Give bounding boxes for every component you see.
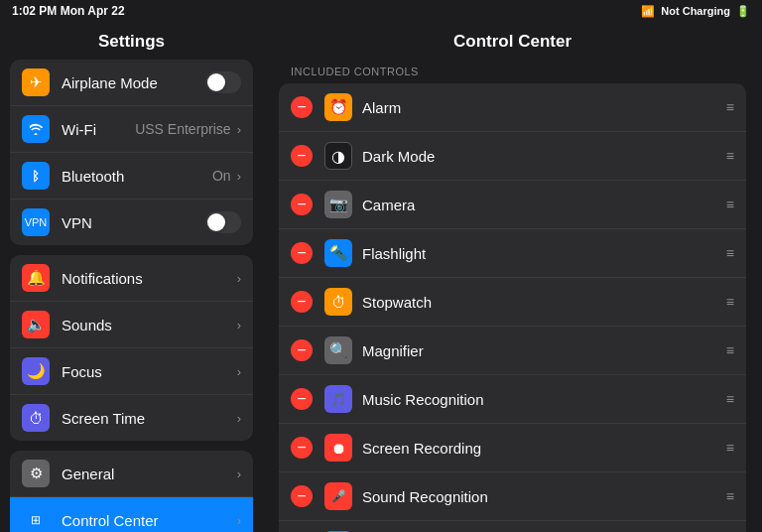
sidebar-item-sounds[interactable]: 🔈 Sounds › (10, 302, 253, 348)
stopwatch-remove-button[interactable]: − (291, 291, 313, 313)
stopwatch-label: Stopwatch (362, 294, 726, 311)
bluetooth-icon: ᛒ (22, 162, 50, 190)
wifi-chevron: › (237, 122, 241, 137)
stopwatch-icon: ⏱ (324, 288, 352, 316)
soundrecognition-label: Sound Recognition (362, 488, 726, 505)
alarm-icon: ⏰ (324, 93, 352, 121)
screentime-chevron: › (237, 411, 241, 426)
notifications-icon: 🔔 (22, 264, 50, 292)
focus-icon: 🌙 (22, 357, 50, 385)
camera-drag-handle[interactable]: ≡ (726, 197, 734, 212)
controlcenter-chevron: › (237, 513, 241, 528)
darkmode-label: Dark Mode (362, 148, 726, 165)
screenrecording-drag-handle[interactable]: ≡ (726, 440, 734, 456)
sidebar-item-controlcenter-label: Control Center (62, 512, 237, 529)
wifi-icon: 📶 (641, 5, 655, 18)
control-soundrecognition[interactable]: − 🎤 Sound Recognition ≡ (279, 472, 746, 521)
wifi-value: USS Enterprise (135, 121, 230, 137)
included-controls-list: − ⏰ Alarm ≡ − ◑ Dark Mode ≡ − 📷 Camera ≡… (279, 83, 746, 532)
sidebar-item-focus[interactable]: 🌙 Focus › (10, 348, 253, 395)
screenrecording-remove-button[interactable]: − (291, 437, 313, 459)
settings-group-network: ✈ Airplane Mode Wi-Fi USS Enterprise › ᛒ (10, 60, 253, 245)
stopwatch-drag-handle[interactable]: ≡ (726, 294, 734, 310)
charging-status: Not Charging (661, 5, 730, 17)
sounds-icon: 🔈 (22, 311, 50, 338)
control-flashlight[interactable]: − 🔦 Flashlight ≡ (279, 229, 746, 278)
bluetooth-value: On (212, 168, 231, 184)
musicrecognition-label: Music Recognition (362, 391, 726, 408)
darkmode-icon: ◑ (324, 142, 352, 170)
bluetooth-chevron: › (237, 169, 241, 184)
focus-chevron: › (237, 364, 241, 379)
sidebar-item-controlcenter[interactable]: ⊞ Control Center › (10, 497, 253, 532)
sidebar-item-airplane-label: Airplane Mode (62, 74, 205, 91)
control-screenrecording[interactable]: − ⏺ Screen Recording ≡ (279, 424, 746, 472)
settings-group-system: ⚙ General › ⊞ Control Center › ☀ Display… (10, 451, 253, 532)
flashlight-drag-handle[interactable]: ≡ (726, 245, 734, 261)
alarm-label: Alarm (362, 99, 726, 116)
control-stopwatch[interactable]: − ⏱ Stopwatch ≡ (279, 278, 746, 327)
controlcenter-icon: ⊞ (22, 506, 50, 532)
control-keyboardbrightness[interactable]: − ⌨ Keyboard Brightness ≡ (279, 521, 746, 532)
musicrecognition-drag-handle[interactable]: ≡ (726, 391, 734, 407)
app-container: Settings ✈ Airplane Mode Wi-Fi USS Enter… (0, 22, 762, 532)
control-magnifier[interactable]: − 🔍 Magnifier ≡ (279, 327, 746, 375)
magnifier-drag-handle[interactable]: ≡ (726, 342, 734, 358)
vpn-toggle-knob (207, 213, 225, 231)
magnifier-remove-button[interactable]: − (291, 339, 313, 361)
sidebar-item-vpn-label: VPN (62, 214, 205, 231)
settings-group-alerts: 🔔 Notifications › 🔈 Sounds › 🌙 Focus › ⏱… (10, 255, 253, 441)
sidebar-item-bluetooth-label: Bluetooth (62, 168, 212, 185)
sidebar-item-airplane[interactable]: ✈ Airplane Mode (10, 60, 253, 106)
toggle-knob (207, 73, 225, 91)
soundrecognition-remove-button[interactable]: − (291, 485, 313, 507)
camera-remove-button[interactable]: − (291, 194, 313, 215)
general-icon: ⚙ (22, 460, 50, 487)
sidebar-item-wifi-label: Wi-Fi (62, 121, 135, 138)
sidebar-item-screentime[interactable]: ⏱ Screen Time › (10, 395, 253, 441)
alarm-drag-handle[interactable]: ≡ (726, 99, 734, 115)
sidebar-item-general-label: General (62, 466, 237, 482)
darkmode-remove-button[interactable]: − (291, 145, 313, 167)
control-musicrecognition[interactable]: − 🎵 Music Recognition ≡ (279, 375, 746, 424)
status-right: 📶 Not Charging 🔋 (641, 5, 750, 18)
battery-icon: 🔋 (736, 5, 750, 18)
musicrecognition-remove-button[interactable]: − (291, 388, 313, 410)
sidebar-item-notifications-label: Notifications (62, 270, 237, 287)
sidebar-item-notifications[interactable]: 🔔 Notifications › (10, 255, 253, 302)
control-darkmode[interactable]: − ◑ Dark Mode ≡ (279, 132, 746, 181)
flashlight-label: Flashlight (362, 245, 726, 262)
soundrecognition-icon: 🎤 (324, 482, 352, 510)
sidebar-item-general[interactable]: ⚙ General › (10, 451, 253, 497)
sidebar-item-bluetooth[interactable]: ᛒ Bluetooth On › (10, 153, 253, 200)
status-time: 1:02 PM Mon Apr 22 (12, 4, 125, 18)
wifi-settings-icon (22, 115, 50, 143)
right-panel: Control Center INCLUDED CONTROLS − ⏰ Ala… (263, 22, 762, 532)
screenrecording-label: Screen Recording (362, 440, 726, 457)
magnifier-icon: 🔍 (324, 336, 352, 364)
airplane-toggle[interactable] (205, 71, 241, 93)
control-alarm[interactable]: − ⏰ Alarm ≡ (279, 83, 746, 132)
sidebar-item-wifi[interactable]: Wi-Fi USS Enterprise › (10, 106, 253, 153)
notifications-chevron: › (237, 271, 241, 286)
control-center-title: Control Center (279, 32, 746, 62)
sidebar-item-vpn[interactable]: VPN VPN (10, 200, 253, 245)
soundrecognition-drag-handle[interactable]: ≡ (726, 488, 734, 504)
settings-list: ✈ Airplane Mode Wi-Fi USS Enterprise › ᛒ (0, 60, 263, 532)
camera-label: Camera (362, 197, 726, 213)
vpn-toggle[interactable] (205, 211, 241, 233)
musicrecognition-icon: 🎵 (324, 385, 352, 413)
flashlight-remove-button[interactable]: − (291, 242, 313, 264)
control-camera[interactable]: − 📷 Camera ≡ (279, 181, 746, 229)
sounds-chevron: › (237, 318, 241, 332)
sidebar-item-screentime-label: Screen Time (62, 410, 237, 427)
left-panel: Settings ✈ Airplane Mode Wi-Fi USS Enter… (0, 22, 263, 532)
magnifier-label: Magnifier (362, 342, 726, 359)
alarm-remove-button[interactable]: − (291, 96, 313, 118)
darkmode-drag-handle[interactable]: ≡ (726, 148, 734, 164)
screentime-icon: ⏱ (22, 404, 50, 432)
included-section-title: INCLUDED CONTROLS (279, 62, 746, 83)
general-chevron: › (237, 466, 241, 481)
screenrecording-icon: ⏺ (324, 434, 352, 462)
flashlight-icon: 🔦 (324, 239, 352, 267)
